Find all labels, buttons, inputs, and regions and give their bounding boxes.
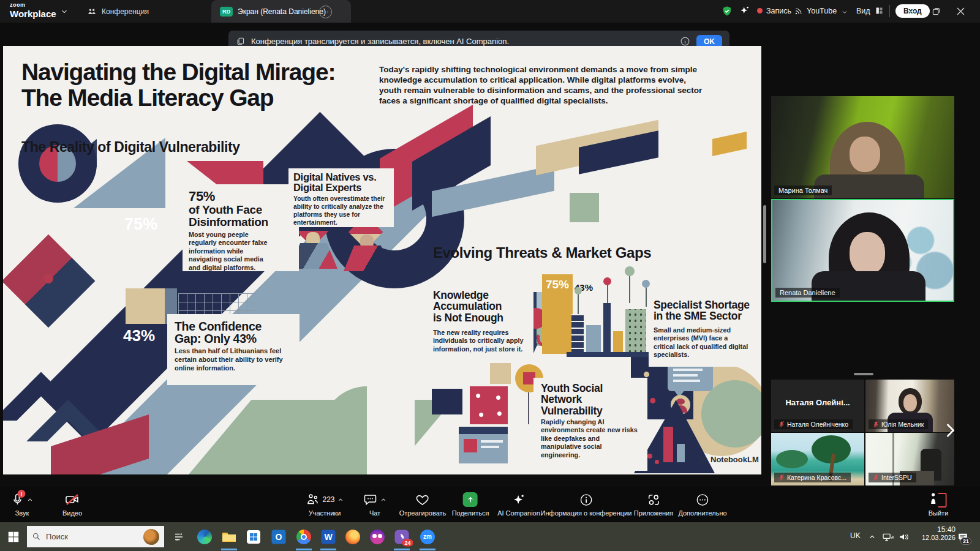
chat-chevron-up-icon[interactable] [380, 497, 387, 503]
react-button[interactable]: Отреагировать [399, 492, 447, 517]
node-stick1 [578, 292, 579, 314]
browser-window-small [432, 389, 462, 414]
edge-icon[interactable] [197, 530, 212, 544]
task-view-icon[interactable] [173, 531, 184, 542]
outlook-icon[interactable]: O [272, 530, 286, 544]
more-label: Дополнительно [678, 509, 726, 517]
search-doodle-icon[interactable] [143, 529, 159, 545]
more-button[interactable]: Дополнительно [678, 492, 726, 517]
camera-off-icon [64, 492, 80, 507]
banner-text: Конференция транслируется и записывается… [251, 37, 674, 46]
view-label[interactable]: Вид [856, 7, 870, 15]
security-shield-icon[interactable] [722, 6, 733, 17]
video-tile-yulia[interactable]: Юлія Мельник [865, 380, 954, 432]
video-tile-natalia[interactable]: Наталя Олейні... Наталя Олейніченко [771, 380, 864, 432]
meeting-info-button[interactable]: Информация о конференции [541, 492, 632, 517]
ai-companion-label: AI Companion [497, 509, 540, 517]
video-tile-marina[interactable]: Марина Толмач [771, 96, 954, 198]
brand-zoom: zoom [10, 2, 56, 8]
zoom-app-window: zoom Workplace Конференция RD Экран (Ren… [0, 0, 980, 551]
leave-icon [930, 492, 946, 508]
gallery-next-chevron-icon[interactable] [943, 421, 957, 440]
participants-chevron-up-icon[interactable] [337, 497, 344, 503]
purple-app-icon[interactable] [370, 530, 385, 544]
zoom-app-icon[interactable]: zm [420, 530, 435, 544]
shared-screen-slide: 75% 43% [3, 46, 761, 474]
search-box[interactable]: Поиск [27, 526, 164, 547]
tab-more-icon[interactable]: ⋯ [319, 6, 332, 18]
section2-heading: Evolving Threats & Market Gaps [433, 244, 651, 261]
video-tile-renata[interactable]: Renata Danieliene [771, 199, 954, 302]
tab-meeting[interactable]: Конференция [78, 0, 157, 23]
word-icon[interactable]: W [322, 530, 336, 544]
speaker-icon[interactable] [899, 532, 910, 542]
active-indicator-word [320, 549, 336, 550]
gallery-drag-handle[interactable] [854, 373, 873, 375]
specialist-body: Small and medium-sized enterprises (MVI)… [654, 326, 750, 359]
share-button[interactable]: Поделиться [452, 492, 489, 517]
participants-button[interactable]: 223 Участники [305, 492, 344, 517]
slide-intro: Today's rapidly shifting technological e… [379, 64, 710, 106]
youtube-stream-label[interactable]: YouTube [807, 7, 837, 15]
browser-line1 [481, 440, 503, 443]
speech-bubble [668, 363, 713, 391]
mic-icon: ! [11, 492, 24, 507]
view-layout-icon[interactable] [875, 6, 884, 15]
youtube-chevron-down-icon[interactable] [841, 9, 848, 16]
video-button[interactable]: Видео [62, 492, 82, 517]
leave-door [938, 493, 946, 508]
node-dot2 [603, 277, 611, 285]
ms-store-icon[interactable] [247, 530, 260, 544]
natives-title: Digital Natives vs. Digital Experts [293, 172, 377, 193]
video-tile-intersspu[interactable]: InterSSPU [865, 433, 954, 485]
browser-window [459, 427, 508, 463]
mini-dot1 [647, 454, 652, 459]
yulia-face [903, 394, 917, 411]
intersspu-label: InterSSPU [869, 473, 916, 482]
ai-companion-button[interactable]: AI Companion [497, 492, 540, 517]
video2-name: Renata Danieliene [780, 289, 835, 296]
close-button[interactable] [948, 0, 973, 23]
titlebar-divider [889, 5, 890, 17]
tray-clock[interactable]: 15:40 12.03.2026 [914, 525, 956, 541]
audio-alert-badge: ! [18, 490, 26, 498]
workspace-chevron-down-icon[interactable] [60, 7, 69, 16]
browser-line2 [481, 446, 499, 448]
node-dot4 [642, 280, 650, 288]
action-center-icon[interactable]: 21 [957, 532, 968, 542]
chrome-icon[interactable] [296, 530, 311, 544]
minimize-button[interactable] [899, 0, 924, 23]
tray-language[interactable]: UK [850, 531, 861, 540]
chat-button[interactable]: Чат [363, 492, 387, 517]
banner-info-icon[interactable] [680, 36, 690, 47]
video-label: Видео [62, 509, 82, 517]
viber-icon[interactable]: 24 [395, 530, 409, 544]
audio-button[interactable]: ! Звук [11, 492, 34, 517]
record-label[interactable]: Запись [766, 7, 791, 15]
firefox-icon[interactable] [345, 530, 360, 544]
apps-label: Приложения [634, 509, 673, 517]
apps-button[interactable]: Приложения [634, 492, 673, 517]
leave-button[interactable]: Выйти [929, 492, 949, 517]
notebooklm-logo-icon [698, 455, 707, 464]
slide-scrollbar[interactable] [763, 205, 766, 263]
active-indicator-explorer [221, 549, 237, 550]
network-icon[interactable] [883, 532, 894, 542]
disinfo-body: Most young peeple regularly encounter fa… [189, 231, 272, 272]
audio-chevron-up-icon[interactable] [27, 497, 34, 503]
record-dot-icon [757, 8, 763, 13]
ai-sparkle-icon[interactable] [739, 5, 750, 17]
file-explorer-icon[interactable] [222, 531, 236, 543]
mic-muted-icon [778, 421, 785, 428]
city-bar3 [603, 303, 611, 353]
video-tile-kateryna[interactable]: Катерина Красовс... [771, 433, 864, 485]
tray-chevron-up-icon[interactable] [869, 533, 876, 541]
tray-date: 12.03.2026 [914, 534, 956, 541]
title-bar: zoom Workplace Конференция RD Экран (Ren… [0, 0, 980, 23]
disinfo-title: of Youth Face Disinformation [189, 204, 268, 228]
start-button[interactable] [9, 531, 19, 542]
city-bar2 [586, 325, 601, 353]
maximize-button[interactable] [924, 0, 948, 23]
search-placeholder: Поиск [46, 532, 138, 541]
marina-face [850, 137, 880, 172]
